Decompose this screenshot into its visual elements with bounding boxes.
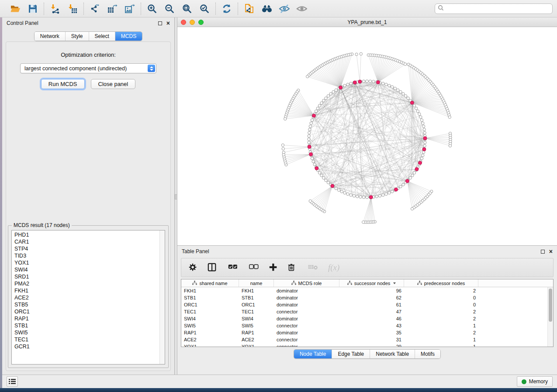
table-row[interactable]: YOX1YOX1connector291 (181, 343, 547, 347)
table-row[interactable]: TEC1TEC1connector472 (181, 308, 547, 315)
main-toolbar (0, 0, 557, 17)
save-session-button[interactable] (27, 3, 38, 14)
column-label: MCDS role (298, 281, 322, 286)
network-canvas[interactable] (177, 27, 557, 245)
search-input[interactable] (446, 6, 550, 12)
mcds-result-item[interactable]: SWI4 (14, 266, 159, 273)
open-file-button[interactable] (10, 3, 21, 14)
zoom-in-button[interactable] (146, 3, 158, 14)
zoom-fit-button[interactable] (181, 3, 193, 14)
search-binoculars-button[interactable] (261, 3, 272, 14)
tab-mcds[interactable]: MCDS (115, 32, 142, 41)
table-cell: RAP1 (181, 330, 239, 335)
table-row[interactable]: FKH1FKH1dominator962 (181, 287, 547, 294)
table-cell: FKH1 (181, 288, 239, 293)
table-scrollbar[interactable] (547, 287, 553, 347)
column-settings-icon[interactable] (188, 261, 198, 274)
mcds-result-item[interactable]: SWI5 (14, 329, 159, 336)
table-cell: RAP1 (239, 330, 274, 335)
table-row[interactable]: RAP1RAP1dominator352 (181, 329, 547, 336)
import-table-button[interactable] (67, 3, 78, 14)
select-all-icon[interactable] (227, 261, 238, 274)
table-cell: connector (274, 337, 339, 342)
table-scrollbar-thumb[interactable] (549, 289, 552, 322)
tab-network-table[interactable]: Network Table (370, 350, 415, 358)
task-history-button[interactable] (7, 376, 18, 387)
control-panel-tabs: NetworkStyleSelectMCDS (34, 31, 142, 41)
column-header-successor-nodes[interactable]: successor nodes (339, 279, 404, 287)
zoom-out-button[interactable] (164, 3, 175, 14)
mcds-result-item[interactable]: ACE2 (14, 294, 159, 301)
delete-column-icon[interactable] (288, 261, 297, 274)
tab-style[interactable]: Style (65, 32, 89, 41)
close-table-panel-icon[interactable]: × (549, 250, 553, 254)
optimization-criterion-select[interactable]: largest connected component (undirected) (20, 63, 156, 73)
tab-node-table[interactable]: Node Table (294, 350, 332, 358)
close-panel-button[interactable]: Close panel (91, 79, 136, 89)
tab-motifs[interactable]: Motifs (415, 350, 440, 358)
table-cell: 46 (339, 316, 404, 321)
table-cell: 62 (339, 295, 404, 300)
table-row[interactable]: ACE2ACE2connector311 (181, 336, 547, 343)
deselect-all-icon[interactable] (248, 261, 259, 274)
mcds-result-item[interactable]: TEC1 (14, 336, 159, 343)
column-header-shared-name[interactable]: shared name (181, 279, 239, 287)
run-mcds-button[interactable]: Run MCDS (41, 79, 85, 89)
table-cell: SWI5 (181, 323, 239, 328)
table-row[interactable]: STB1STB1dominator620 (181, 294, 547, 301)
mcds-result-item[interactable]: PMA2 (14, 280, 159, 287)
table-row[interactable]: SWI4SWI4dominator462 (181, 315, 547, 322)
table-cell: YOX1 (181, 344, 239, 347)
float-panel-icon[interactable] (158, 21, 162, 25)
mcds-result-item[interactable]: ORC1 (14, 308, 159, 315)
mcds-result-item[interactable]: RAP1 (14, 315, 159, 322)
dropdown-stepper-icon (148, 65, 155, 72)
table-tabs: Node TableEdge TableNetwork TableMotifs (294, 349, 441, 359)
mcds-result-list[interactable]: PHD1CAR1STP4TID3YOX1SWI4SRD1PMA2FKH1ACE2… (11, 230, 165, 364)
table-cell: 2 (404, 316, 478, 321)
toggle-columns-icon[interactable] (208, 261, 217, 274)
table-row[interactable]: SWI5SWI5connector431 (181, 322, 547, 329)
memory-button[interactable]: Memory (517, 376, 553, 387)
table-row[interactable]: ORC1ORC1dominator610 (181, 301, 547, 308)
export-image-button[interactable] (124, 3, 135, 14)
export-table-button[interactable] (107, 3, 118, 14)
tab-select[interactable]: Select (89, 32, 115, 41)
result-list-scrollbar[interactable] (159, 230, 165, 364)
mcds-result-item[interactable]: YOX1 (14, 259, 159, 266)
zoom-selected-button[interactable] (199, 3, 210, 14)
mcds-result-item[interactable]: FKH1 (14, 287, 159, 294)
import-network-button[interactable] (49, 3, 61, 14)
search-box[interactable] (435, 3, 553, 14)
table-panel-titlebar: Table Panel × (177, 246, 557, 257)
export-network-button[interactable] (89, 3, 100, 14)
float-table-panel-icon[interactable] (541, 250, 545, 254)
table-cell: dominator (274, 302, 339, 307)
hide-panels-button[interactable] (278, 3, 290, 14)
table-cell: ACE2 (239, 337, 274, 342)
mcds-result-item[interactable]: STB5 (14, 301, 159, 308)
mcds-result-item[interactable]: CAR1 (14, 238, 159, 245)
control-panel-titlebar: Control Panel × (2, 17, 174, 29)
tab-network[interactable]: Network (35, 32, 65, 41)
mcds-result-item[interactable]: PHD1 (14, 231, 159, 238)
table-cell: 61 (339, 302, 404, 307)
column-header-MCDS-role[interactable]: MCDS role (274, 279, 339, 287)
mcds-result-item[interactable]: GCR1 (14, 343, 159, 350)
table-cell: TEC1 (239, 309, 274, 314)
mcds-result-item[interactable]: TID3 (14, 252, 159, 259)
table-cell: 1 (404, 323, 478, 328)
add-column-icon[interactable] (269, 261, 278, 274)
tab-edge-table[interactable]: Edge Table (332, 350, 370, 358)
column-type-icon (417, 281, 422, 286)
close-panel-icon[interactable]: × (166, 21, 170, 25)
table-cell: 2 (404, 288, 478, 293)
column-header-predecessor-nodes[interactable]: predecessor nodes (404, 279, 478, 287)
mcds-result-item[interactable]: STP4 (14, 245, 159, 252)
column-header-name[interactable]: name (239, 279, 274, 287)
memory-status-icon (522, 379, 526, 384)
network-from-document-button[interactable] (243, 3, 255, 14)
mcds-result-item[interactable]: STB1 (14, 322, 159, 329)
mcds-result-item[interactable]: SRD1 (14, 273, 159, 280)
refresh-layout-button[interactable] (221, 3, 232, 14)
